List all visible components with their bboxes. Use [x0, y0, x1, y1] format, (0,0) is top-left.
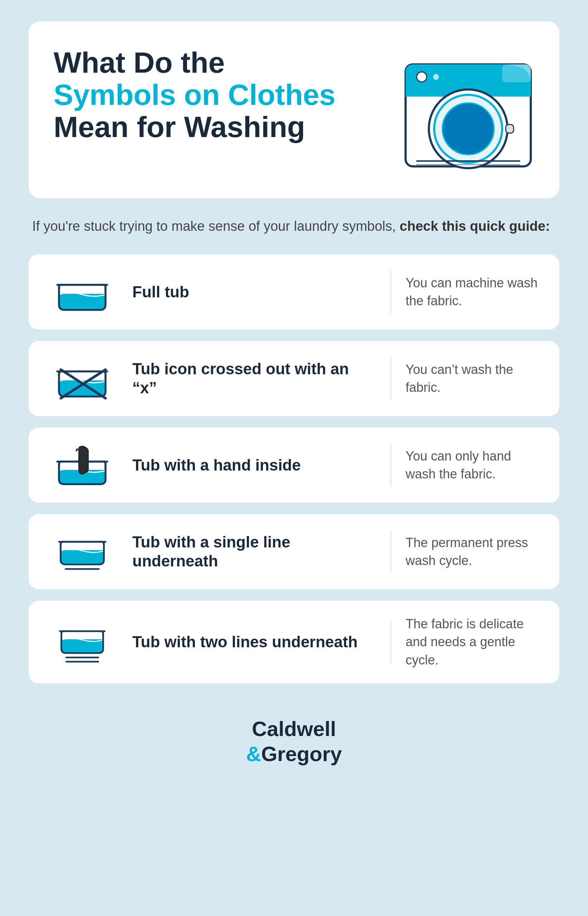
row-tub-single-line: Tub with a single line underneath The pe… — [29, 514, 559, 589]
header-title-line2: Symbols on Clothes — [54, 79, 388, 111]
svg-rect-9 — [506, 125, 514, 133]
tub-crossed-label: Tub icon crossed out with an “x” — [132, 359, 376, 398]
tub-two-lines-label-box: Tub with two lines underneath — [118, 633, 391, 652]
tub-two-lines-label: Tub with two lines underneath — [132, 633, 376, 652]
svg-rect-5 — [502, 65, 531, 82]
tub-hand-desc-box: You can only hand wash the fabric. — [391, 447, 541, 484]
tub-two-lines-icon — [55, 619, 109, 665]
full-tub-desc-box: You can machine wash the fabric. — [391, 274, 541, 310]
header-title-line1: What Do the — [54, 47, 388, 79]
tub-crossed-icon — [55, 355, 109, 402]
svg-point-8 — [443, 103, 494, 155]
tub-single-line-icon-box — [47, 529, 118, 575]
svg-point-3 — [417, 72, 427, 82]
tub-hand-label: Tub with a hand inside — [132, 456, 376, 475]
washing-machine-illustration — [402, 43, 538, 177]
footer-ampersand: & — [246, 742, 261, 765]
row-tub-hand: Tub with a hand inside You can only hand… — [29, 427, 559, 503]
footer-line2: Gregory — [261, 742, 342, 765]
tub-single-line-desc-box: The permanent press wash cycle. — [391, 534, 541, 570]
tub-single-line-label-box: Tub with a single line underneath — [118, 533, 391, 571]
row-full-tub: Full tub You can machine wash the fabric… — [29, 254, 559, 330]
full-tub-icon-box — [47, 269, 118, 315]
tub-crossed-desc-box: You can’t wash the fabric. — [391, 361, 541, 397]
svg-point-4 — [433, 74, 439, 80]
intro-bold: check this quick guide: — [399, 218, 550, 234]
tub-single-line-icon — [55, 529, 109, 575]
tub-two-lines-icon-box — [47, 619, 118, 665]
row-tub-two-lines: Tub with two lines underneath The fabric… — [29, 601, 559, 683]
tub-hand-icon-box — [47, 442, 118, 489]
tub-crossed-icon-box — [47, 355, 118, 402]
footer-brand: Caldwell &Gregory — [246, 716, 342, 766]
full-tub-label-box: Full tub — [118, 283, 391, 302]
tub-single-line-label: Tub with a single line underneath — [132, 533, 376, 571]
header-card: What Do the Symbols on Clothes Mean for … — [29, 21, 559, 198]
full-tub-label: Full tub — [132, 283, 376, 302]
footer: Caldwell &Gregory — [246, 716, 342, 766]
tub-hand-label-box: Tub with a hand inside — [118, 456, 391, 475]
tub-two-lines-description: The fabric is delicate and needs a gentl… — [405, 615, 541, 669]
tub-crossed-description: You can’t wash the fabric. — [405, 361, 541, 397]
header-title-line3: Mean for Washing — [54, 111, 388, 143]
tub-two-lines-desc-box: The fabric is delicate and needs a gentl… — [391, 615, 541, 669]
header-text: What Do the Symbols on Clothes Mean for … — [54, 47, 388, 144]
tub-crossed-label-box: Tub icon crossed out with an “x” — [118, 359, 391, 398]
row-tub-crossed: Tub icon crossed out with an “x” You can… — [29, 341, 559, 416]
full-tub-icon — [55, 269, 109, 315]
tub-single-line-description: The permanent press wash cycle. — [405, 534, 541, 570]
footer-line1: Caldwell — [252, 717, 336, 740]
intro-text: If you're stuck trying to make sense of … — [29, 216, 559, 236]
tub-hand-icon — [55, 442, 109, 489]
full-tub-description: You can machine wash the fabric. — [405, 274, 541, 310]
tub-hand-description: You can only hand wash the fabric. — [405, 447, 541, 484]
intro-plain: If you're stuck trying to make sense of … — [32, 218, 399, 234]
